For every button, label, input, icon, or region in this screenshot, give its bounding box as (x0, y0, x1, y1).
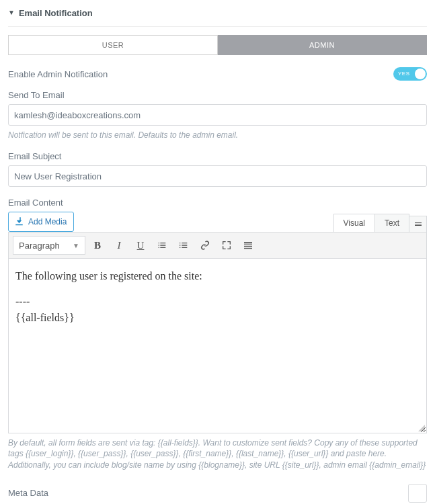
send-to-block: Send To Email Notfication will be sent t… (8, 90, 427, 140)
bulleted-list-button[interactable] (153, 236, 171, 255)
subject-input[interactable] (8, 165, 427, 187)
recipient-tabs: USER ADMIN (8, 35, 427, 55)
email-notification-panel: ▼ Email Notification USER ADMIN Enable A… (0, 0, 435, 504)
send-to-help: Notfication will be sent to this email. … (8, 130, 427, 140)
fullscreen-button[interactable] (217, 236, 236, 255)
toggle-knob (415, 69, 426, 79)
fullscreen-icon (221, 240, 232, 251)
content-label: Email Content (8, 198, 427, 208)
enable-admin-toggle[interactable]: YES (393, 67, 427, 81)
add-media-label: Add Media (28, 217, 67, 226)
editor-toolbar: Paragraph ▼ B I U (8, 232, 427, 259)
editor-tab-visual[interactable]: Visual (333, 214, 375, 232)
content-help: By default, all form fields are sent via… (8, 437, 427, 470)
format-select-value: Paragraph (19, 241, 60, 251)
underline-button[interactable]: U (131, 236, 150, 255)
list-ol-icon (178, 240, 189, 251)
content-block: Email Content Add Media Visual Text Para… (8, 198, 427, 470)
format-select[interactable]: Paragraph ▼ (13, 236, 85, 255)
editor-topbar: Add Media Visual Text (8, 212, 427, 232)
link-button[interactable] (196, 236, 214, 255)
editor-line-1: The following user is registered on the … (15, 268, 420, 284)
send-to-input[interactable] (8, 104, 427, 126)
bold-button[interactable]: B (88, 236, 107, 255)
toggle-yes-text: YES (398, 67, 410, 81)
editor-tab-text[interactable]: Text (375, 214, 409, 232)
meta-data-label: Meta Data (8, 488, 48, 498)
send-to-label: Send To Email (8, 90, 427, 100)
tab-user[interactable]: USER (8, 35, 218, 55)
italic-button[interactable]: I (110, 236, 128, 255)
media-icon (14, 216, 24, 228)
editor-distraction-free-button[interactable] (409, 216, 427, 232)
list-ul-icon (157, 240, 167, 251)
add-media-button[interactable]: Add Media (8, 212, 74, 232)
resize-handle[interactable] (418, 425, 425, 431)
subject-label: Email Subject (8, 151, 427, 161)
subject-block: Email Subject (8, 151, 427, 187)
kitchen-sink-icon (243, 240, 253, 251)
meta-data-row: Meta Data (8, 484, 427, 503)
menu-icon (415, 222, 422, 226)
enable-admin-row: Enable Admin Notification YES (8, 67, 427, 81)
tab-admin[interactable]: ADMIN (218, 35, 427, 55)
panel-header[interactable]: ▼ Email Notification (8, 5, 427, 27)
editor-mode-tabs: Visual Text (333, 212, 427, 232)
enable-admin-label: Enable Admin Notification (8, 69, 108, 79)
chevron-down-icon: ▼ (73, 242, 79, 249)
editor-line-3: {{all-fields}} (15, 310, 420, 326)
editor-content[interactable]: The following user is registered on the … (8, 259, 427, 433)
editor-line-2: ---- (15, 294, 420, 310)
meta-data-add-button[interactable] (408, 484, 427, 503)
toolbar-toggle-button[interactable] (239, 236, 258, 255)
collapse-icon: ▼ (8, 9, 15, 16)
numbered-list-button[interactable] (174, 236, 193, 255)
panel-title: Email Notification (19, 8, 93, 18)
link-icon (200, 240, 210, 251)
